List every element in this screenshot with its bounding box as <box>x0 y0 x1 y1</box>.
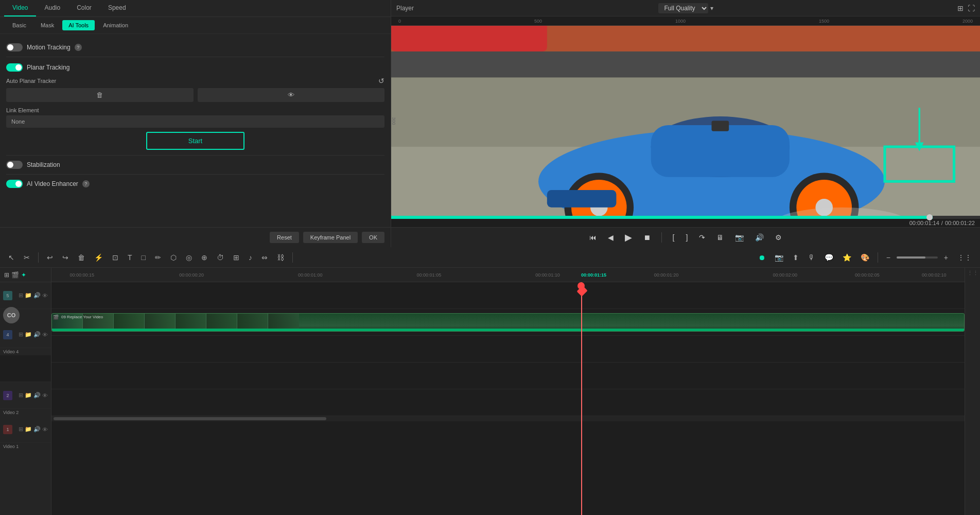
track1-folder-btn[interactable]: 📁 <box>25 426 32 433</box>
sub-tab-aitools[interactable]: AI Tools <box>62 20 95 30</box>
volume-btn[interactable]: 🔊 <box>752 232 766 243</box>
player-fullscreen-icon[interactable]: ⛶ <box>968 4 975 12</box>
link-element-select[interactable]: None <box>6 115 384 128</box>
record-icon[interactable]: 🎙 <box>805 251 818 264</box>
timeline-magic-btn[interactable]: ✦ <box>21 271 26 279</box>
tab-video[interactable]: Video <box>4 0 36 16</box>
cursor-tool[interactable]: ↖ <box>5 251 18 264</box>
tab-speed[interactable]: Speed <box>100 0 134 16</box>
track4-row: 🎬 09 Replace Your Video <box>51 309 965 336</box>
timeline-add-btn[interactable]: ⊞ <box>4 271 9 279</box>
select-all-tool[interactable]: ⊞ <box>230 251 242 264</box>
camera-btn[interactable]: 📷 <box>732 232 746 243</box>
mic-icon[interactable]: ⏺ <box>755 251 768 264</box>
camera2-icon[interactable]: 📷 <box>772 251 786 264</box>
keyframe-panel-button[interactable]: Keyframe Panel <box>303 232 358 243</box>
rect-tool[interactable]: □ <box>138 251 149 264</box>
zoom-in-btn[interactable]: + <box>941 251 951 264</box>
mini-more-icon[interactable]: ⋮⋮ <box>967 270 978 277</box>
track-tool[interactable]: ◎ <box>183 251 195 264</box>
ok-button[interactable]: OK <box>362 232 384 243</box>
track2-row <box>51 363 965 389</box>
ruler-mark-5: 00:00:01:10 <box>535 272 560 278</box>
play-button[interactable]: ▶ <box>622 231 635 244</box>
ruler-0: 0 <box>398 19 401 24</box>
track2-add-btn[interactable]: ⊞ <box>19 392 23 399</box>
step-back-button[interactable]: ⏮ <box>587 232 599 243</box>
zoom-pan-tool[interactable]: ⊕ <box>198 251 211 264</box>
track4-folder-btn[interactable]: 📁 <box>25 331 32 338</box>
ai-video-enhancer-help[interactable]: ? <box>82 180 90 187</box>
ruler-mark-4: 00:00:01:05 <box>417 272 442 278</box>
scale-tool[interactable]: ⇔ <box>258 251 271 264</box>
text-tool[interactable]: T <box>125 251 135 264</box>
track2-eye-btn[interactable]: 👁 <box>42 392 48 399</box>
brush-tool[interactable]: ✏ <box>152 251 164 264</box>
planar-tracking-toggle[interactable] <box>6 63 23 72</box>
delete-btn[interactable]: 🗑 <box>75 251 88 264</box>
bracket-right-btn[interactable]: ] <box>684 232 691 243</box>
reset-button[interactable]: Reset <box>270 232 299 243</box>
split-btn[interactable]: ⚡ <box>91 251 106 264</box>
screen-btn[interactable]: 🖥 <box>714 232 726 243</box>
sticker-icon[interactable]: ⭐ <box>839 251 854 264</box>
tracker-delete-btn[interactable]: 🗑 <box>6 88 194 102</box>
tab-audio[interactable]: Audio <box>36 0 68 16</box>
play-back-button[interactable]: ◀ <box>605 232 616 243</box>
auto-planar-tracker-reset[interactable]: ↺ <box>378 77 384 85</box>
player-progress-bar[interactable] <box>391 216 980 219</box>
start-button[interactable]: Start <box>146 132 244 150</box>
link-tool[interactable]: ⛓ <box>274 251 287 264</box>
track1-audio-btn[interactable]: 🔊 <box>33 426 41 433</box>
track1-add-btn[interactable]: ⊞ <box>19 426 23 433</box>
zoom-out-btn[interactable]: − <box>883 251 894 264</box>
stabilization-label: Stabilization <box>27 161 60 168</box>
tab-color[interactable]: Color <box>68 0 100 16</box>
track4-audio-btn[interactable]: 🔊 <box>33 331 41 338</box>
track5-eye-btn[interactable]: 👁 <box>42 292 48 299</box>
undo-btn[interactable]: ↩ <box>44 251 56 264</box>
more-options-btn[interactable]: ⋮⋮ <box>954 251 975 264</box>
filter-icon[interactable]: 🎨 <box>857 251 872 264</box>
track4-add-btn[interactable]: ⊞ <box>19 331 23 338</box>
track5-audio-btn[interactable]: 🔊 <box>33 292 41 299</box>
ai-video-enhancer-toggle[interactable] <box>6 180 23 188</box>
sub-tab-mask[interactable]: Mask <box>34 20 60 30</box>
polygon-tool[interactable]: ⬡ <box>167 251 180 264</box>
track2-audio-btn[interactable]: 🔊 <box>33 392 41 399</box>
speed-tool[interactable]: ⏱ <box>214 251 227 264</box>
forward-frame-btn[interactable]: ↷ <box>696 232 708 243</box>
player-grid-icon[interactable]: ⊞ <box>957 4 964 12</box>
crop-tool[interactable]: ⊡ <box>109 251 121 264</box>
stabilization-toggle[interactable] <box>6 161 23 169</box>
sub-tab-animation[interactable]: Animation <box>97 20 134 30</box>
motion-tracking-row: Motion Tracking ? <box>6 43 384 52</box>
stop-button[interactable]: ⏹ <box>641 232 653 243</box>
track5-add-btn[interactable]: ⊞ <box>19 292 23 299</box>
bracket-left-btn[interactable]: [ <box>670 232 677 243</box>
motion-tracking-help[interactable]: ? <box>75 44 82 51</box>
track2-folder-btn[interactable]: 📁 <box>25 392 32 399</box>
cut-tool[interactable]: ✂ <box>21 251 33 264</box>
toolbar-sep-3 <box>878 252 878 263</box>
svg-rect-7 <box>651 125 790 177</box>
motion-tracking-toggle[interactable] <box>6 43 23 52</box>
track4-clip[interactable]: 🎬 09 Replace Your Video <box>51 313 965 332</box>
tracker-eye-btn[interactable]: 👁 <box>198 88 385 102</box>
track4-eye-btn[interactable]: 👁 <box>42 331 48 338</box>
import-icon[interactable]: ⬆ <box>790 251 802 264</box>
ai-video-enhancer-label: AI Video Enhancer <box>27 180 78 187</box>
settings-btn[interactable]: ⚙ <box>773 232 784 243</box>
subtitle-icon[interactable]: 💬 <box>821 251 836 264</box>
redo-btn[interactable]: ↪ <box>59 251 72 264</box>
zoom-slider[interactable] <box>897 256 938 259</box>
track5-folder-btn[interactable]: 📁 <box>25 292 32 299</box>
svg-rect-19 <box>711 121 729 131</box>
timeline-scrollbar-thumb[interactable] <box>54 417 326 420</box>
ruler-numbers: 0 500 1000 1500 2000 <box>393 19 978 24</box>
timeline-media-btn[interactable]: 🎬 <box>11 271 19 279</box>
sub-tab-basic[interactable]: Basic <box>6 20 32 30</box>
track1-eye-btn[interactable]: 👁 <box>42 426 48 433</box>
quality-select[interactable]: Full Quality 1/2 Quality 1/4 Quality <box>658 3 708 13</box>
audio-tool[interactable]: ♪ <box>246 251 255 264</box>
